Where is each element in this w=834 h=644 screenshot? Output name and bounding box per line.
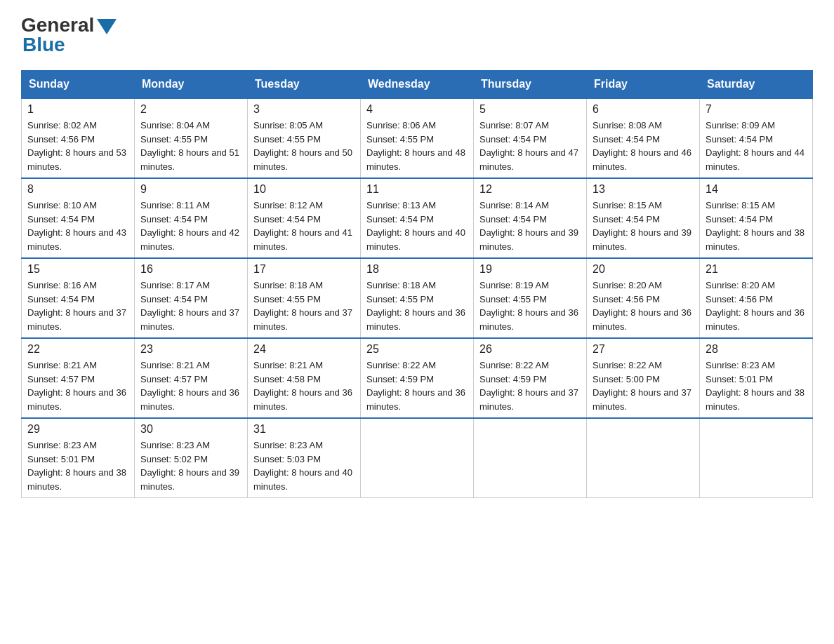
day-info: Sunrise: 8:18 AMSunset: 4:55 PMDaylight:…	[253, 279, 355, 333]
calendar-table: SundayMondayTuesdayWednesdayThursdayFrid…	[21, 70, 813, 498]
logo-blue-text: Blue	[22, 34, 65, 56]
day-number: 27	[593, 343, 694, 356]
calendar-cell: 9Sunrise: 8:11 AMSunset: 4:54 PMDaylight…	[135, 178, 248, 258]
day-number: 7	[706, 103, 807, 116]
calendar-cell: 15Sunrise: 8:16 AMSunset: 4:54 PMDayligh…	[22, 258, 135, 338]
calendar-cell: 26Sunrise: 8:22 AMSunset: 4:59 PMDayligh…	[474, 338, 587, 418]
header-thursday: Thursday	[474, 71, 587, 99]
calendar-cell: 13Sunrise: 8:15 AMSunset: 4:54 PMDayligh…	[587, 178, 700, 258]
calendar-cell: 1Sunrise: 8:02 AMSunset: 4:56 PMDaylight…	[22, 98, 135, 178]
day-number: 29	[27, 423, 128, 436]
header-saturday: Saturday	[700, 71, 813, 99]
calendar-cell: 2Sunrise: 8:04 AMSunset: 4:55 PMDaylight…	[135, 98, 248, 178]
day-number: 19	[479, 263, 581, 276]
day-number: 4	[366, 103, 468, 116]
calendar-cell	[587, 418, 700, 498]
day-number: 15	[27, 263, 128, 276]
calendar-cell: 31Sunrise: 8:23 AMSunset: 5:03 PMDayligh…	[248, 418, 361, 498]
calendar-cell: 17Sunrise: 8:18 AMSunset: 4:55 PMDayligh…	[248, 258, 361, 338]
day-number: 18	[366, 263, 468, 276]
day-info: Sunrise: 8:09 AMSunset: 4:54 PMDaylight:…	[706, 119, 807, 173]
day-number: 21	[706, 263, 807, 276]
calendar-cell: 30Sunrise: 8:23 AMSunset: 5:02 PMDayligh…	[135, 418, 248, 498]
day-info: Sunrise: 8:22 AMSunset: 4:59 PMDaylight:…	[479, 358, 581, 413]
calendar-cell: 7Sunrise: 8:09 AMSunset: 4:54 PMDaylight…	[700, 98, 813, 178]
day-number: 11	[366, 183, 468, 196]
day-info: Sunrise: 8:12 AMSunset: 4:54 PMDaylight:…	[253, 199, 355, 253]
day-info: Sunrise: 8:06 AMSunset: 4:55 PMDaylight:…	[366, 119, 468, 173]
day-info: Sunrise: 8:16 AMSunset: 4:54 PMDaylight:…	[27, 279, 128, 333]
day-number: 22	[27, 343, 128, 356]
calendar-cell: 6Sunrise: 8:08 AMSunset: 4:54 PMDaylight…	[587, 98, 700, 178]
day-info: Sunrise: 8:23 AMSunset: 5:03 PMDaylight:…	[253, 438, 355, 493]
day-info: Sunrise: 8:21 AMSunset: 4:57 PMDaylight:…	[27, 358, 128, 413]
header-tuesday: Tuesday	[248, 71, 361, 99]
day-number: 1	[27, 103, 128, 116]
page-header: General Blue	[21, 14, 813, 56]
day-info: Sunrise: 8:14 AMSunset: 4:54 PMDaylight:…	[479, 199, 581, 253]
day-info: Sunrise: 8:23 AMSunset: 5:01 PMDaylight:…	[27, 438, 128, 493]
day-number: 14	[706, 183, 807, 196]
day-info: Sunrise: 8:21 AMSunset: 4:57 PMDaylight:…	[140, 358, 241, 413]
calendar-cell: 25Sunrise: 8:22 AMSunset: 4:59 PMDayligh…	[361, 338, 474, 418]
calendar-cell: 23Sunrise: 8:21 AMSunset: 4:57 PMDayligh…	[135, 338, 248, 418]
day-info: Sunrise: 8:08 AMSunset: 4:54 PMDaylight:…	[593, 119, 694, 173]
week-row-2: 8Sunrise: 8:10 AMSunset: 4:54 PMDaylight…	[22, 178, 813, 258]
day-number: 2	[140, 103, 241, 116]
calendar-cell: 16Sunrise: 8:17 AMSunset: 4:54 PMDayligh…	[135, 258, 248, 338]
day-number: 10	[253, 183, 355, 196]
week-row-4: 22Sunrise: 8:21 AMSunset: 4:57 PMDayligh…	[22, 338, 813, 418]
day-number: 9	[140, 183, 241, 196]
day-number: 31	[253, 423, 355, 436]
calendar-cell	[361, 418, 474, 498]
day-info: Sunrise: 8:11 AMSunset: 4:54 PMDaylight:…	[140, 199, 241, 253]
day-number: 28	[706, 343, 807, 356]
day-info: Sunrise: 8:02 AMSunset: 4:56 PMDaylight:…	[27, 119, 128, 173]
day-info: Sunrise: 8:22 AMSunset: 5:00 PMDaylight:…	[593, 358, 694, 413]
day-info: Sunrise: 8:20 AMSunset: 4:56 PMDaylight:…	[706, 279, 807, 333]
calendar-cell: 24Sunrise: 8:21 AMSunset: 4:58 PMDayligh…	[248, 338, 361, 418]
day-number: 8	[27, 183, 128, 196]
calendar-cell: 3Sunrise: 8:05 AMSunset: 4:55 PMDaylight…	[248, 98, 361, 178]
calendar-cell: 8Sunrise: 8:10 AMSunset: 4:54 PMDaylight…	[22, 178, 135, 258]
day-info: Sunrise: 8:15 AMSunset: 4:54 PMDaylight:…	[706, 199, 807, 253]
calendar-cell: 4Sunrise: 8:06 AMSunset: 4:55 PMDaylight…	[361, 98, 474, 178]
logo-triangle-icon	[97, 19, 117, 34]
calendar-cell: 19Sunrise: 8:19 AMSunset: 4:55 PMDayligh…	[474, 258, 587, 338]
day-number: 17	[253, 263, 355, 276]
day-number: 23	[140, 343, 241, 356]
calendar-cell: 14Sunrise: 8:15 AMSunset: 4:54 PMDayligh…	[700, 178, 813, 258]
day-info: Sunrise: 8:19 AMSunset: 4:55 PMDaylight:…	[479, 279, 581, 333]
calendar-cell: 5Sunrise: 8:07 AMSunset: 4:54 PMDaylight…	[474, 98, 587, 178]
day-number: 3	[253, 103, 355, 116]
day-info: Sunrise: 8:22 AMSunset: 4:59 PMDaylight:…	[366, 358, 468, 413]
calendar-cell: 27Sunrise: 8:22 AMSunset: 5:00 PMDayligh…	[587, 338, 700, 418]
week-row-3: 15Sunrise: 8:16 AMSunset: 4:54 PMDayligh…	[22, 258, 813, 338]
day-info: Sunrise: 8:23 AMSunset: 5:02 PMDaylight:…	[140, 438, 241, 493]
day-number: 12	[479, 183, 581, 196]
calendar-cell: 12Sunrise: 8:14 AMSunset: 4:54 PMDayligh…	[474, 178, 587, 258]
day-number: 30	[140, 423, 241, 436]
day-info: Sunrise: 8:04 AMSunset: 4:55 PMDaylight:…	[140, 119, 241, 173]
calendar-cell: 10Sunrise: 8:12 AMSunset: 4:54 PMDayligh…	[248, 178, 361, 258]
day-info: Sunrise: 8:13 AMSunset: 4:54 PMDaylight:…	[366, 199, 468, 253]
week-row-1: 1Sunrise: 8:02 AMSunset: 4:56 PMDaylight…	[22, 98, 813, 178]
calendar-cell	[474, 418, 587, 498]
day-info: Sunrise: 8:21 AMSunset: 4:58 PMDaylight:…	[253, 358, 355, 413]
day-number: 24	[253, 343, 355, 356]
header-monday: Monday	[135, 71, 248, 99]
calendar-cell: 18Sunrise: 8:18 AMSunset: 4:55 PMDayligh…	[361, 258, 474, 338]
day-number: 26	[479, 343, 581, 356]
calendar-cell: 22Sunrise: 8:21 AMSunset: 4:57 PMDayligh…	[22, 338, 135, 418]
calendar-cell: 11Sunrise: 8:13 AMSunset: 4:54 PMDayligh…	[361, 178, 474, 258]
calendar-cell: 21Sunrise: 8:20 AMSunset: 4:56 PMDayligh…	[700, 258, 813, 338]
day-number: 6	[593, 103, 694, 116]
day-number: 5	[479, 103, 581, 116]
day-info: Sunrise: 8:20 AMSunset: 4:56 PMDaylight:…	[593, 279, 694, 333]
weekday-header-row: SundayMondayTuesdayWednesdayThursdayFrid…	[22, 71, 813, 99]
calendar-cell: 28Sunrise: 8:23 AMSunset: 5:01 PMDayligh…	[700, 338, 813, 418]
week-row-5: 29Sunrise: 8:23 AMSunset: 5:01 PMDayligh…	[22, 418, 813, 498]
calendar-cell: 29Sunrise: 8:23 AMSunset: 5:01 PMDayligh…	[22, 418, 135, 498]
day-number: 16	[140, 263, 241, 276]
day-info: Sunrise: 8:10 AMSunset: 4:54 PMDaylight:…	[27, 199, 128, 253]
